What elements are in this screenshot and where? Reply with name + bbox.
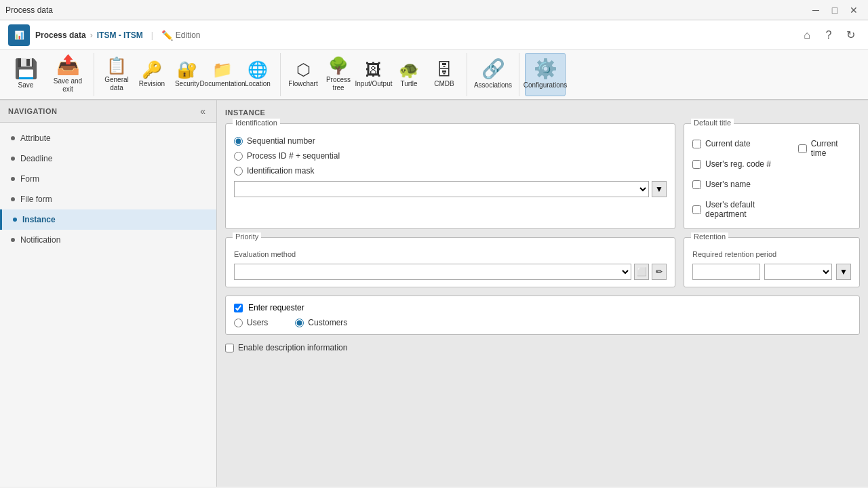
- users-name-checkbox[interactable]: [692, 180, 701, 189]
- enter-requester-label[interactable]: Enter requester: [248, 303, 304, 312]
- sidebar-item-deadline[interactable]: Deadline: [0, 148, 216, 169]
- identification-box: Identification Sequential number Process…: [225, 123, 675, 229]
- enable-description-label[interactable]: Enable description information: [238, 343, 347, 352]
- current-time-label[interactable]: Current time: [811, 139, 851, 158]
- identification-mask-label[interactable]: Identification mask: [247, 166, 314, 176]
- edition-label: Edition: [176, 30, 201, 40]
- identification-title: Identification: [233, 119, 280, 127]
- users-reg-code-label[interactable]: User's reg. code #: [705, 159, 771, 169]
- eval-method-btn2[interactable]: ✏: [652, 264, 667, 280]
- default-title-title: Default title: [691, 119, 734, 127]
- flowchart-label: Flowchart: [288, 80, 317, 88]
- general-data-button[interactable]: 📋 General data: [100, 53, 134, 96]
- input-output-icon: 🖼: [366, 62, 382, 78]
- revision-button[interactable]: 🔑 Revision: [135, 53, 169, 96]
- sidebar-item-file-form[interactable]: File form: [0, 189, 216, 209]
- turtle-label: Turtle: [400, 80, 417, 88]
- users-reg-code-checkbox[interactable]: [692, 160, 701, 169]
- sidebar-item-instance[interactable]: Instance: [0, 209, 216, 230]
- radio-customers: Customers: [295, 318, 347, 327]
- eval-method-select[interactable]: [234, 264, 631, 280]
- customers-radio-label[interactable]: Customers: [308, 318, 347, 327]
- process-tree-button[interactable]: 🌳 Process tree: [321, 53, 355, 96]
- input-output-button[interactable]: 🖼 Input/Output: [357, 53, 391, 96]
- location-button[interactable]: 🌐 Location: [241, 53, 275, 96]
- eval-method-btn1[interactable]: ⬜: [634, 264, 649, 280]
- cmdb-icon: 🗄: [436, 62, 452, 78]
- retention-content: Required retention period ▼: [692, 250, 851, 280]
- documentation-button[interactable]: 📁 Documentation: [205, 53, 239, 96]
- title-bar-text: Process data: [5, 5, 53, 15]
- app-icon: 📊: [8, 24, 30, 46]
- configurations-label: Configurations: [524, 81, 567, 89]
- home-button[interactable]: ⌂: [797, 26, 816, 45]
- users-radio[interactable]: [234, 319, 243, 327]
- security-label: Security: [175, 80, 199, 88]
- documentation-icon: 📁: [212, 62, 233, 78]
- checkbox-current-date: Current date: [692, 139, 790, 148]
- users-radio-label[interactable]: Users: [247, 318, 268, 327]
- sequential-number-radio[interactable]: [234, 137, 243, 146]
- eval-method-label: Evaluation method: [234, 250, 667, 258]
- priority-select-row: ⬜ ✏: [234, 264, 667, 280]
- panel-row-1: Identification Sequential number Process…: [225, 123, 860, 229]
- enable-description-row: Enable description information: [225, 343, 860, 352]
- process-id-label[interactable]: Process ID # + sequential: [247, 151, 340, 161]
- identification-mask-radio[interactable]: [234, 167, 243, 176]
- sidebar-item-form[interactable]: Form: [0, 169, 216, 189]
- identification-select-row: ▼: [234, 181, 667, 197]
- app-icon-symbol: 📊: [14, 30, 24, 40]
- checkbox-users-dept: User's default department: [692, 200, 790, 219]
- users-dept-checkbox[interactable]: [692, 205, 701, 214]
- save-button[interactable]: 💾 Save: [5, 53, 46, 96]
- users-dept-label[interactable]: User's default department: [705, 200, 790, 219]
- retention-value-input[interactable]: [692, 264, 760, 280]
- security-button[interactable]: 🔐 Security: [170, 53, 204, 96]
- sidebar-header: NAVIGATION «: [0, 100, 216, 123]
- identification-radio-group: Sequential number Process ID # + sequent…: [234, 136, 667, 176]
- close-button[interactable]: ✕: [845, 3, 863, 18]
- ribbon-group-record-data: 📋 General data 🔑 Revision 🔐 Security 📁 D…: [94, 53, 281, 96]
- turtle-button[interactable]: 🐢 Turtle: [392, 53, 426, 96]
- cmdb-label: CMDB: [434, 80, 454, 88]
- associations-button[interactable]: 🔗 Associations: [473, 53, 513, 96]
- sidebar-item-instance-label: Instance: [22, 215, 56, 224]
- maximize-button[interactable]: □: [826, 3, 844, 18]
- associations-icon: 🔗: [481, 60, 505, 79]
- process-id-radio[interactable]: [234, 152, 243, 161]
- sidebar-item-deadline-label: Deadline: [20, 154, 52, 163]
- header-bar: 📊 Process data › ITSM - ITSM | ✏️ Editio…: [0, 20, 868, 50]
- current-date-label[interactable]: Current date: [705, 139, 751, 148]
- flowchart-button[interactable]: ⬡ Flowchart: [286, 53, 320, 96]
- sidebar-item-file-form-label: File form: [20, 195, 52, 204]
- sidebar-item-notification[interactable]: Notification: [0, 230, 216, 250]
- users-name-label[interactable]: User's name: [705, 180, 751, 189]
- refresh-button[interactable]: ↻: [841, 26, 860, 45]
- sidebar-collapse-button[interactable]: «: [197, 106, 208, 117]
- breadcrumb-separator: ›: [90, 30, 93, 40]
- configurations-button[interactable]: ⚙️ Configurations: [525, 53, 566, 96]
- edition-badge: ✏️ Edition: [161, 30, 201, 41]
- save-and-exit-button[interactable]: 📤 Save and exit: [47, 53, 88, 96]
- process-tree-icon: 🌳: [328, 58, 349, 74]
- save-exit-icon: 📤: [56, 56, 80, 75]
- nav-bullet-attribute: [11, 136, 15, 140]
- sidebar-item-attribute[interactable]: Attribute: [0, 128, 216, 148]
- documentation-label: Documentation: [199, 80, 245, 88]
- identification-select[interactable]: [234, 181, 649, 197]
- current-time-checkbox[interactable]: [798, 144, 807, 153]
- identification-select-btn[interactable]: ▼: [652, 181, 667, 197]
- cmdb-button[interactable]: 🗄 CMDB: [427, 53, 461, 96]
- enable-description-checkbox[interactable]: [225, 344, 234, 352]
- sequential-number-label[interactable]: Sequential number: [247, 136, 315, 146]
- help-button[interactable]: ?: [819, 26, 838, 45]
- customers-radio[interactable]: [295, 319, 304, 327]
- ribbon-group-tools: ⚙️ Configurations: [519, 53, 571, 96]
- retention-unit-select[interactable]: [764, 264, 832, 280]
- security-icon: 🔐: [177, 62, 197, 78]
- general-data-label: General data: [102, 76, 131, 92]
- retention-select-btn[interactable]: ▼: [836, 264, 851, 280]
- minimize-button[interactable]: ─: [807, 3, 825, 18]
- enter-requester-checkbox[interactable]: [234, 304, 243, 312]
- current-date-checkbox[interactable]: [692, 140, 701, 148]
